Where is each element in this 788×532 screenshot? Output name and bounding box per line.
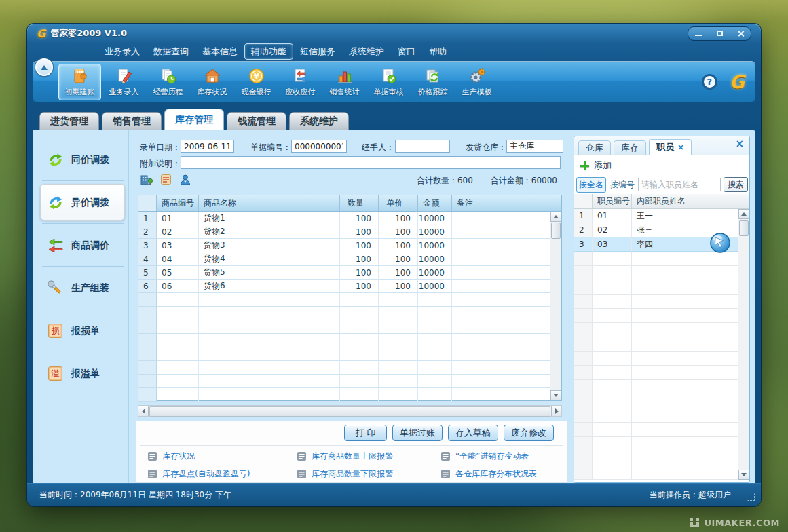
panel-vertical-scrollbar[interactable] bbox=[738, 209, 749, 480]
scroll-right-button[interactable] bbox=[551, 406, 561, 416]
scroll-up-button[interactable] bbox=[738, 209, 749, 219]
post-voucher-button[interactable]: 单据过账 bbox=[392, 425, 443, 441]
price-track-icon bbox=[424, 67, 442, 85]
tool-initial-setup[interactable]: 初期建账 bbox=[58, 64, 101, 100]
scroll-down-button[interactable] bbox=[738, 470, 749, 480]
table-row[interactable]: 101货物110010010000 bbox=[138, 212, 550, 225]
tool-business-entry[interactable]: 业务录入 bbox=[102, 64, 145, 100]
scroll-thumb[interactable] bbox=[149, 406, 550, 417]
menu-basic-info[interactable]: 基本信息 bbox=[195, 43, 244, 60]
employee-row[interactable]: 101王一 bbox=[574, 209, 738, 223]
employee-filter: 按全名 按编号 搜索 bbox=[576, 177, 748, 192]
menu-aux-functions[interactable]: 辅助功能 bbox=[244, 43, 293, 60]
table-row[interactable]: 606货物610010010000 bbox=[138, 280, 550, 293]
chevron-up-icon bbox=[41, 65, 48, 70]
scroll-track[interactable] bbox=[149, 406, 551, 416]
tool-price-tracking[interactable]: 价格跟踪 bbox=[411, 64, 454, 100]
employee-select-icon[interactable] bbox=[179, 174, 191, 186]
col-item-code: 商品编号 bbox=[157, 195, 199, 211]
table-row[interactable]: 202货物210010010000 bbox=[138, 225, 550, 239]
table-row[interactable]: 303货物310010010000 bbox=[138, 239, 550, 252]
tool-inventory-status[interactable]: 库存状况 bbox=[191, 64, 233, 100]
menu-sms-service[interactable]: 短信服务 bbox=[293, 43, 342, 60]
status-current-time: 当前时间：2009年06月11日 星期四 18时30分 下午 bbox=[39, 489, 231, 501]
tool-production-template[interactable]: 生产模板 bbox=[455, 64, 498, 100]
link-qty-lower-limit-alert[interactable]: 库存商品数量下限报警 bbox=[312, 468, 393, 480]
resize-grip[interactable] bbox=[746, 492, 756, 502]
empty-row bbox=[574, 280, 738, 294]
menu-window[interactable]: 窗口 bbox=[391, 43, 422, 60]
menu-data-query[interactable]: 数据查询 bbox=[147, 43, 195, 60]
sidebar-item-same-price-transfer[interactable]: 同价调拨 bbox=[38, 138, 128, 181]
search-button[interactable]: 搜索 bbox=[724, 177, 748, 192]
panel-close-icon[interactable]: × bbox=[735, 139, 744, 149]
tool-cash-bank[interactable]: ¥ 现金银行 bbox=[235, 64, 278, 100]
handler-input[interactable] bbox=[395, 140, 450, 153]
tool-voucher-audit[interactable]: 单据审核 bbox=[367, 64, 410, 100]
tab-sales-mgmt[interactable]: 销售管理 bbox=[102, 112, 162, 130]
template-icon bbox=[468, 67, 486, 85]
link-inventory-status[interactable]: 库存状况 bbox=[162, 451, 195, 462]
maximize-button[interactable] bbox=[709, 27, 730, 40]
menu-business-entry[interactable]: 业务录入 bbox=[98, 43, 147, 60]
tab-cashflow-mgmt[interactable]: 钱流管理 bbox=[227, 112, 286, 130]
stamp-select-icon[interactable] bbox=[160, 174, 172, 185]
note-input[interactable] bbox=[181, 156, 561, 169]
empty-row bbox=[138, 388, 550, 402]
panel-tab-employee[interactable]: 职员× bbox=[649, 139, 692, 155]
tool-receivable-payable[interactable]: 应收应付 bbox=[279, 64, 322, 100]
sidebar-item-diff-price-transfer[interactable]: 异价调拨 bbox=[38, 181, 128, 224]
sidebar-item-price-adjust[interactable]: 商品调价 bbox=[38, 224, 128, 267]
employee-search-input[interactable] bbox=[638, 178, 721, 191]
save-draft-button[interactable]: 存入草稿 bbox=[448, 425, 498, 441]
ledger-icon bbox=[71, 67, 89, 85]
close-button[interactable] bbox=[730, 27, 751, 40]
tab-system-maintenance[interactable]: 系统维护 bbox=[289, 112, 349, 130]
grid-horizontal-scrollbar[interactable] bbox=[138, 405, 562, 417]
tab-inventory-mgmt[interactable]: 库存管理 bbox=[164, 109, 224, 130]
empty-row bbox=[574, 451, 738, 466]
grid-vertical-scrollbar[interactable] bbox=[550, 212, 561, 400]
minimize-button[interactable] bbox=[688, 27, 709, 40]
toolbar-collapse-button[interactable] bbox=[35, 58, 53, 76]
sidebar-item-loss-report[interactable]: 损 报损单 bbox=[38, 309, 128, 352]
empty-row bbox=[138, 347, 550, 361]
col-price: 单价 bbox=[379, 195, 418, 211]
link-stocktake[interactable]: 库存盘点(自动盘盈盘亏) bbox=[162, 468, 250, 480]
scroll-down-button[interactable] bbox=[550, 390, 561, 400]
sidebar-item-production-assembly[interactable]: 生产组装 bbox=[38, 267, 128, 309]
print-button[interactable]: 打 印 bbox=[344, 425, 387, 441]
add-employee-button[interactable]: 添加 bbox=[594, 159, 612, 172]
sidebar-item-overflow-report[interactable]: 溢 报溢单 bbox=[38, 352, 128, 395]
link-warehouse-distribution[interactable]: 各仓库库存分布状况表 bbox=[455, 468, 537, 480]
tab-purchase-mgmt[interactable]: 进货管理 bbox=[39, 112, 99, 130]
tool-sales-stats[interactable]: 销售统计 bbox=[323, 64, 366, 100]
maximize-icon bbox=[717, 31, 723, 36]
filter-by-fullname[interactable]: 按全名 bbox=[576, 177, 606, 193]
menu-system-maintenance[interactable]: 系统维护 bbox=[342, 43, 391, 60]
link-omnipotent-flow-report[interactable]: “全能”进销存变动表 bbox=[455, 451, 529, 462]
tool-business-history[interactable]: 经营历程 bbox=[147, 64, 189, 100]
triangle-up-icon bbox=[741, 210, 747, 216]
scroll-thumb[interactable] bbox=[739, 220, 749, 236]
entry-date-input[interactable] bbox=[181, 140, 234, 153]
help-icon[interactable]: ? bbox=[702, 74, 717, 90]
col-item-name: 商品名称 bbox=[199, 195, 340, 211]
table-row[interactable]: 505货物510010010000 bbox=[138, 266, 550, 280]
payable-icon bbox=[292, 67, 309, 85]
warehouse-select-icon[interactable] bbox=[140, 173, 153, 186]
tab-close-icon[interactable]: × bbox=[677, 142, 684, 152]
panel-tab-inventory[interactable]: 库存 bbox=[614, 140, 646, 155]
table-row[interactable]: 404货物410010010000 bbox=[138, 252, 550, 266]
scroll-thumb[interactable] bbox=[551, 223, 561, 239]
scroll-up-button[interactable] bbox=[550, 212, 561, 222]
warehouse-input[interactable] bbox=[506, 140, 563, 153]
scroll-left-button[interactable] bbox=[138, 406, 149, 416]
discard-changes-button[interactable]: 废弃修改 bbox=[504, 425, 554, 441]
link-qty-upper-limit-alert[interactable]: 库存商品数量上限报警 bbox=[312, 451, 393, 462]
voucher-no-input[interactable] bbox=[291, 140, 347, 153]
filter-by-code[interactable]: 按编号 bbox=[610, 179, 635, 191]
panel-tab-warehouse[interactable]: 仓库 bbox=[578, 140, 611, 155]
col-employee-code: 职员编号 bbox=[593, 194, 632, 208]
menu-help[interactable]: 帮助 bbox=[422, 43, 453, 60]
